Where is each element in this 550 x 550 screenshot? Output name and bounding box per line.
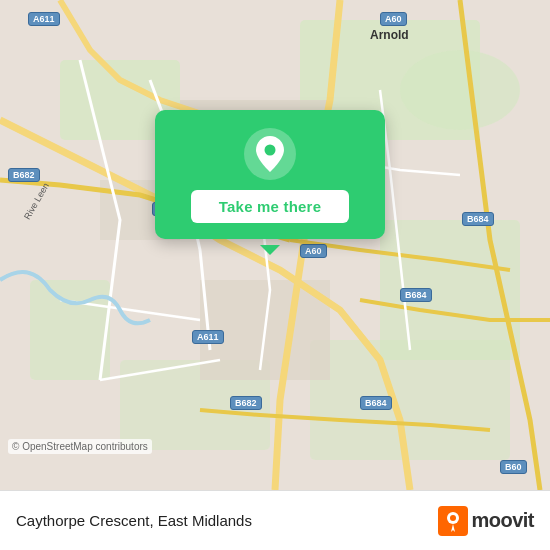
moovit-brand-icon <box>438 506 468 536</box>
svg-point-7 <box>400 50 520 130</box>
map-container: A611 A60 B682 B683 A60 B684 B684 A611 B6… <box>0 0 550 490</box>
place-label-arnold: Arnold <box>370 28 409 42</box>
svg-rect-4 <box>30 280 110 380</box>
road-label-a611-bot: A611 <box>192 330 224 344</box>
moovit-logo: moovit <box>438 506 534 536</box>
road-label-b60-bot-right: B60 <box>500 460 527 474</box>
road-label-b682-left: B682 <box>8 168 40 182</box>
location-icon-circle <box>244 128 296 180</box>
bottom-bar: Caythorpe Crescent, East Midlands moovit <box>0 490 550 550</box>
svg-rect-6 <box>310 340 510 460</box>
location-pin-icon <box>256 136 284 172</box>
location-name: Caythorpe Crescent, East Midlands <box>16 512 438 529</box>
road-label-b684-bot: B684 <box>360 396 392 410</box>
svg-point-14 <box>450 515 456 521</box>
svg-point-11 <box>265 145 276 156</box>
take-me-there-button[interactable]: Take me there <box>191 190 349 223</box>
popup-card: Take me there <box>155 110 385 239</box>
moovit-text: moovit <box>471 509 534 532</box>
road-label-b684-right: B684 <box>462 212 494 226</box>
road-label-a611-top: A611 <box>28 12 60 26</box>
road-label-b684-mid-right: B684 <box>400 288 432 302</box>
map-attribution: © OpenStreetMap contributors <box>8 439 152 454</box>
road-label-a60-mid: A60 <box>300 244 327 258</box>
road-label-a60-top: A60 <box>380 12 407 26</box>
road-label-b682-bot: B682 <box>230 396 262 410</box>
